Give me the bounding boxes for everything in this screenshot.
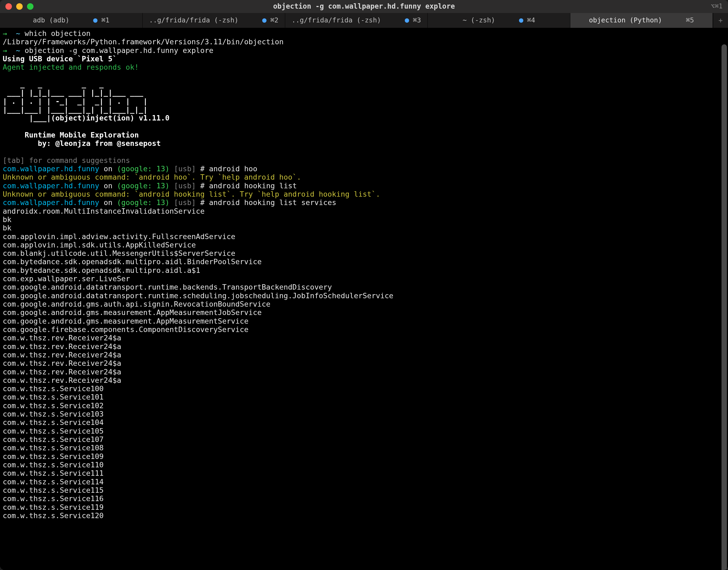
tab-title: adb (adb) [33,16,69,25]
terminal-viewport[interactable]: → ~ which objection /Library/Frameworks/… [0,28,728,570]
tab-title: ~ (-zsh) [462,16,495,25]
scrollbar[interactable] [720,28,727,570]
tab-title: objection (Python) [589,16,662,25]
traffic-lights [0,3,33,10]
tab-2[interactable]: ..g/frida/frida (-zsh)⌘3 [285,13,428,28]
minimize-icon[interactable] [16,3,23,10]
pane-indicator: ⌥⌘1 [711,2,728,10]
tab-3[interactable]: ~ (-zsh)⌘4 [428,13,570,28]
activity-dot-icon [93,18,97,23]
terminal-output[interactable]: → ~ which objection /Library/Frameworks/… [3,29,725,520]
scrollbar-thumb[interactable] [722,44,727,570]
tab-title: ..g/frida/frida (-zsh) [292,16,381,25]
activity-dot-icon [262,18,267,23]
tab-shortcut: ⌘3 [413,16,421,25]
tab-0[interactable]: adb (adb)⌘1 [0,13,142,28]
close-icon[interactable] [5,3,12,10]
tab-shortcut: ⌘5 [686,16,694,25]
tab-title: ..g/frida/frida (-zsh) [149,16,239,25]
maximize-icon[interactable] [27,3,33,10]
pane-indicator-text: ⌥⌘1 [711,2,723,10]
tab-shortcut: ⌘1 [101,16,109,25]
tab-1[interactable]: ..g/frida/frida (-zsh)⌘2 [142,13,285,28]
tab-shortcut: ⌘2 [270,16,278,25]
tab-bar: adb (adb)⌘1..g/frida/frida (-zsh)⌘2..g/f… [0,13,728,28]
activity-dot-icon [405,18,409,23]
tab-4[interactable]: objection (Python)⌘5 [570,13,713,28]
window-title: objection -g com.wallpaper.hd.funny expl… [0,2,728,11]
activity-dot-icon [519,18,523,23]
titlebar: objection -g com.wallpaper.hd.funny expl… [0,0,728,13]
add-tab-button[interactable]: + [713,13,728,28]
tab-shortcut: ⌘4 [527,16,535,25]
terminal-window: objection -g com.wallpaper.hd.funny expl… [0,0,728,570]
